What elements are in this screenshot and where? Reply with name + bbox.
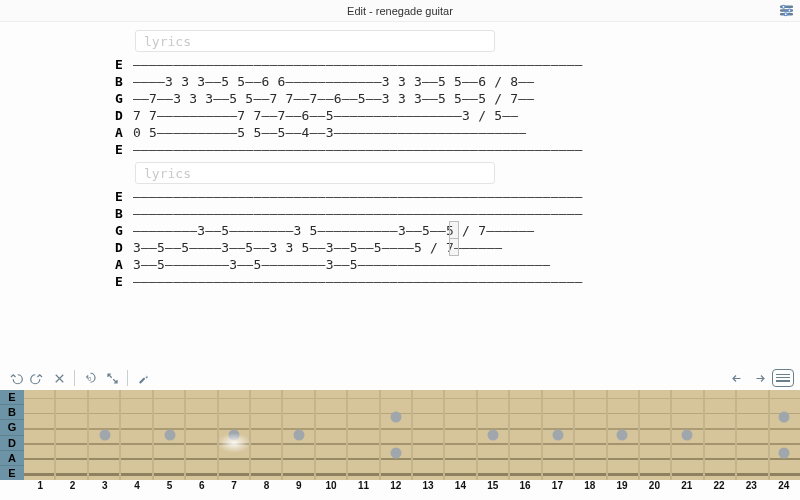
fret-marker-dot [487,430,498,441]
keyboard-toggle-icon[interactable] [772,369,794,387]
tab-content[interactable]: 3——5——5————3——5——3 3 5——3——5——5————5 / 7… [133,239,685,256]
svg-point-3 [782,5,785,8]
fret-marker-dot [164,430,175,441]
fret-cell[interactable] [705,390,737,480]
fret-number: 19 [606,480,638,500]
fret-marker-dot [390,448,401,459]
wrench-icon[interactable] [134,369,152,387]
tab-content[interactable]: ————————3——5————————3 5——————————3——5——5… [133,222,685,239]
nav-left-icon[interactable] [728,369,746,387]
tuning-label: E [115,273,133,290]
fret-marker-dot [293,430,304,441]
fretboard-panel: EBGDAE 123456789101112131415161718192021… [0,390,800,500]
fret-number: 20 [638,480,670,500]
fret-number: 18 [574,480,606,500]
undo-icon[interactable] [6,369,24,387]
fret-cell[interactable] [56,390,88,480]
open-string-label[interactable]: E [0,390,24,405]
tuning-label: A [115,256,133,273]
tab-content[interactable]: ————————————————————————————————————————… [133,141,685,158]
delete-icon[interactable] [50,369,68,387]
fret-marker-dot [552,430,563,441]
fretboard-board[interactable] [24,390,800,480]
open-string-label[interactable]: D [0,436,24,451]
tab-row[interactable]: D3——5——5————3——5——3 3 5——3——5——5————5 / … [115,239,685,256]
tab-row[interactable]: E———————————————————————————————————————… [115,56,685,73]
fret-number: 10 [315,480,347,500]
fret-cell[interactable] [737,390,769,480]
tab-row[interactable]: D7 7——————————7 7——7——6——5——————————————… [115,107,685,124]
fret-cell[interactable] [510,390,542,480]
fret-cell[interactable] [24,390,56,480]
fret-cell[interactable] [640,390,672,480]
fret-cell[interactable] [575,390,607,480]
nav-right-icon[interactable] [750,369,768,387]
fret-number: 24 [768,480,800,500]
fret-cell[interactable] [413,390,445,480]
fret-number: 17 [541,480,573,500]
tab-row[interactable]: B————3 3 3——5 5——6 6————————————3 3 3——5… [115,73,685,90]
fret-cell[interactable] [251,390,283,480]
tab-content[interactable]: 3——5————————3——5————————3——5————————————… [133,256,685,273]
fretboard[interactable]: EBGDAE [0,390,800,480]
open-string-label[interactable]: A [0,451,24,466]
fret-cell[interactable] [121,390,153,480]
fret-number: 4 [121,480,153,500]
fret-marker-dot [681,430,692,441]
settings-icon[interactable] [778,3,794,17]
tab-content[interactable]: ————3 3 3——5 5——6 6————————————3 3 3——5 … [133,73,685,90]
lyrics-input[interactable] [135,30,495,52]
edit-cursor [449,238,459,256]
tab-row[interactable]: G——7——3 3 3——5 5——7 7——7——6——5——3 3 3——5… [115,90,685,107]
tuning-label: B [115,205,133,222]
tab-content[interactable]: 0 5——————————5 5——5——4——3———————————————… [133,124,685,141]
tab-row[interactable]: A3——5————————3——5————————3——5———————————… [115,256,685,273]
expand-icon[interactable] [103,369,121,387]
window-title: Edit - renegade guitar [347,5,453,17]
fret-number: 9 [283,480,315,500]
svg-point-5 [784,12,787,15]
tuning-label: E [115,141,133,158]
lyrics-input[interactable] [135,162,495,184]
tab-lines[interactable]: E———————————————————————————————————————… [115,188,685,290]
fret-number: 1 [24,480,56,500]
fret-cell[interactable] [770,390,800,480]
tab-row[interactable]: B———————————————————————————————————————… [115,205,685,222]
svg-text:0: 0 [88,375,91,381]
tuning-label: G [115,90,133,107]
tab-content[interactable]: 7 7——————————7 7——7——6——5———————————————… [133,107,685,124]
tab-content[interactable]: ————————————————————————————————————————… [133,188,685,205]
open-string-label[interactable]: G [0,420,24,435]
fret-marker-dot [99,430,110,441]
open-string-label[interactable]: B [0,405,24,420]
tab-section: E———————————————————————————————————————… [115,30,685,158]
fret-marker-dot [778,412,789,423]
tab-row[interactable]: E———————————————————————————————————————… [115,273,685,290]
tab-row[interactable]: G————————3——5————————3 5——————————3——5——… [115,222,685,239]
fret-marker-dot [390,412,401,423]
tuning-label: E [115,56,133,73]
tuning-label: B [115,73,133,90]
fret-number: 11 [347,480,379,500]
fret-number-row: 123456789101112131415161718192021222324 [0,480,800,500]
fret-cell[interactable] [445,390,477,480]
tab-row[interactable]: A0 5——————————5 5——5——4——3——————————————… [115,124,685,141]
redo-icon[interactable] [28,369,46,387]
fret-cell[interactable] [381,390,413,480]
capo-icon[interactable]: 0 [81,369,99,387]
tab-content[interactable]: ————————————————————————————————————————… [133,56,685,73]
tab-content[interactable]: ——7——3 3 3——5 5——7 7——7——6——5——3 3 3——5 … [133,90,685,107]
fret-marker-dot [617,430,628,441]
tab-lines[interactable]: E———————————————————————————————————————… [115,56,685,158]
tab-content[interactable]: ————————————————————————————————————————… [133,273,685,290]
toolbar: 0 [0,366,800,390]
fret-cell[interactable] [316,390,348,480]
fret-cell[interactable] [186,390,218,480]
fret-cell[interactable] [348,390,380,480]
fret-number: 13 [412,480,444,500]
tab-row[interactable]: E———————————————————————————————————————… [115,188,685,205]
tab-row[interactable]: E———————————————————————————————————————… [115,141,685,158]
open-string-label[interactable]: E [0,466,24,480]
tab-content[interactable]: ————————————————————————————————————————… [133,205,685,222]
tab-section: E———————————————————————————————————————… [115,162,685,290]
